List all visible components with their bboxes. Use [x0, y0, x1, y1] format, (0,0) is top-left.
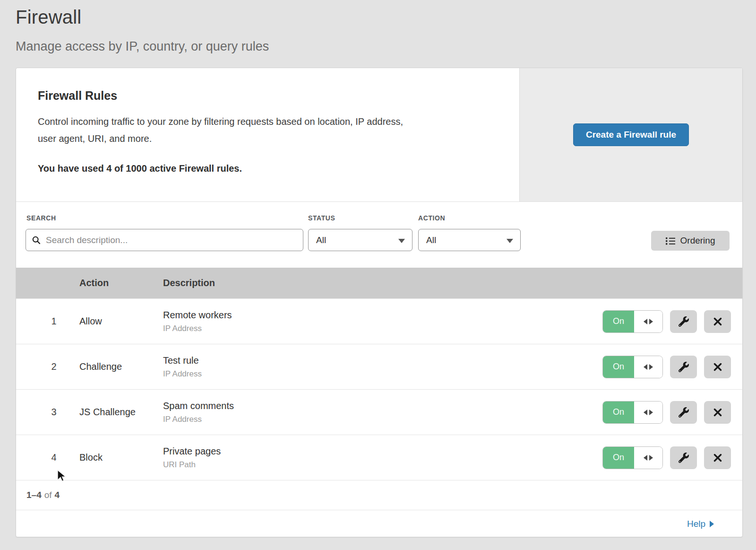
rule-priority: 2: [16, 361, 79, 372]
delete-rule-button[interactable]: [704, 401, 731, 424]
hero-heading: Firewall Rules: [38, 89, 497, 103]
rule-description-cell: Private pages URI Path: [163, 446, 602, 470]
help-arrow-icon: [710, 521, 714, 527]
wrench-icon: [679, 316, 689, 327]
filters-bar: SEARCH STATUS All ACTION All: [16, 201, 742, 268]
firewall-rules-card: Firewall Rules Control incoming traffic …: [16, 68, 743, 537]
search-icon: [32, 236, 41, 245]
toggle-on-segment: On: [603, 447, 634, 469]
rule-priority: 1: [16, 316, 79, 327]
chevron-down-icon: [398, 239, 405, 243]
delete-rule-button[interactable]: [704, 356, 731, 378]
ordering-list-icon: [666, 237, 675, 245]
wrench-icon: [679, 453, 689, 463]
hero-action-panel: Create a Firewall rule: [519, 68, 742, 201]
pagination-of-label: of: [44, 490, 52, 500]
edit-rule-button[interactable]: [670, 401, 697, 424]
rule-description: Remote workers: [163, 310, 602, 321]
ordering-button[interactable]: Ordering: [651, 231, 730, 251]
column-description: Description: [163, 278, 742, 288]
toggle-on-segment: On: [603, 311, 634, 332]
rule-description: Private pages: [163, 446, 602, 457]
hero-description-line1: Control incoming traffic to your zone by…: [38, 113, 497, 130]
action-label: ACTION: [418, 214, 445, 222]
rule-enabled-toggle[interactable]: On: [602, 446, 663, 469]
rule-match-field: URI Path: [163, 460, 602, 470]
search-box[interactable]: [26, 229, 303, 251]
status-select-value: All: [316, 235, 326, 245]
rule-action: Allow: [79, 316, 163, 327]
close-icon: [713, 408, 722, 417]
rule-match-field: IP Address: [163, 324, 602, 333]
pagination: 1–4 of 4: [16, 480, 742, 510]
rule-match-field: IP Address: [163, 415, 602, 424]
rule-description-cell: Spam comments IP Address: [163, 401, 602, 424]
edit-rule-button[interactable]: [670, 310, 697, 333]
pagination-range: 1–4: [26, 490, 42, 500]
create-firewall-rule-button[interactable]: Create a Firewall rule: [573, 123, 689, 146]
help-link[interactable]: Help: [687, 519, 714, 529]
wrench-icon: [679, 362, 689, 372]
delete-rule-button[interactable]: [704, 446, 731, 469]
rule-enabled-toggle[interactable]: On: [602, 356, 663, 378]
close-icon: [713, 454, 722, 462]
page-subtitle: Manage access by IP, country, or query r…: [16, 39, 756, 54]
table-header: Action Description: [16, 268, 742, 298]
rule-controls: On: [602, 401, 731, 424]
table-row: 4 Block Private pages URI Path On: [16, 435, 742, 480]
close-icon: [713, 363, 722, 371]
rule-action: JS Challenge: [79, 407, 163, 418]
rule-controls: On: [602, 356, 731, 378]
rule-match-field: IP Address: [163, 369, 602, 379]
card-footer: Help: [16, 510, 742, 538]
toggle-on-segment: On: [603, 402, 634, 423]
delete-rule-button[interactable]: [704, 310, 731, 333]
ordering-button-label: Ordering: [680, 236, 715, 246]
status-select[interactable]: All: [308, 229, 412, 251]
edit-rule-button[interactable]: [670, 356, 697, 378]
rule-action: Block: [79, 452, 163, 463]
page-title: Firewall: [16, 7, 756, 28]
toggle-handle-arrows-icon: [634, 356, 662, 378]
hero-description-line2: user agent, URI, and more.: [38, 130, 497, 147]
pagination-total: 4: [55, 490, 60, 500]
table-row: 3 JS Challenge Spam comments IP Address …: [16, 389, 742, 435]
rule-description-cell: Test rule IP Address: [163, 355, 602, 379]
rule-enabled-toggle[interactable]: On: [602, 401, 663, 424]
rule-priority: 4: [16, 452, 79, 463]
toggle-handle-arrows-icon: [634, 447, 662, 469]
help-link-label: Help: [687, 519, 705, 529]
table-row: 1 Allow Remote workers IP Address On: [16, 298, 742, 344]
rule-controls: On: [602, 310, 731, 333]
action-select[interactable]: All: [418, 229, 521, 251]
chevron-down-icon: [507, 239, 513, 243]
rule-description: Test rule: [163, 355, 602, 366]
rule-controls: On: [602, 446, 731, 469]
status-label: STATUS: [308, 214, 335, 222]
rule-action: Challenge: [79, 361, 163, 372]
usage-note: You have used 4 of 1000 active Firewall …: [38, 163, 497, 174]
table-row: 2 Challenge Test rule IP Address On: [16, 344, 742, 389]
column-action: Action: [79, 278, 163, 288]
rule-description-cell: Remote workers IP Address: [163, 310, 602, 333]
hero-description: Control incoming traffic to your zone by…: [38, 113, 497, 147]
search-input[interactable]: [46, 235, 297, 245]
action-select-value: All: [426, 235, 436, 245]
hero-section: Firewall Rules Control incoming traffic …: [16, 68, 742, 201]
close-icon: [713, 317, 722, 326]
edit-rule-button[interactable]: [670, 446, 697, 469]
rule-description: Spam comments: [163, 401, 602, 411]
toggle-handle-arrows-icon: [634, 402, 662, 423]
rule-priority: 3: [16, 407, 79, 418]
search-label: SEARCH: [26, 214, 56, 222]
wrench-icon: [679, 407, 689, 418]
page-header: Firewall Manage access by IP, country, o…: [0, 0, 756, 54]
rule-enabled-toggle[interactable]: On: [602, 310, 663, 333]
hero-text-block: Firewall Rules Control incoming traffic …: [16, 68, 519, 201]
toggle-on-segment: On: [603, 356, 634, 378]
toggle-handle-arrows-icon: [634, 311, 662, 332]
